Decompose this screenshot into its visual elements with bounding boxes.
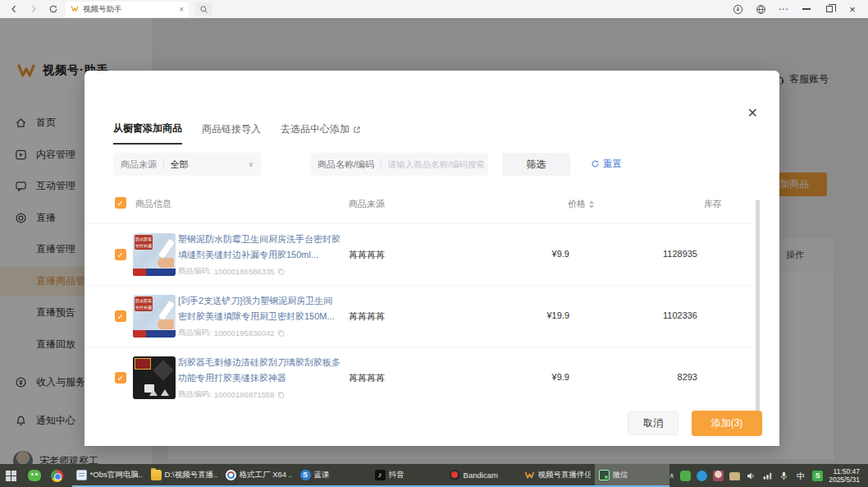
system-tray: ∧ 中 S 11:50:47 2025/5/31 — [669, 464, 868, 487]
code-value: 10000195836042 — [214, 328, 275, 338]
channels-live-icon — [524, 470, 535, 480]
tray-s-icon[interactable]: S — [812, 471, 823, 481]
browser-tab[interactable]: 视频号助手 × — [66, 2, 189, 17]
download-icon[interactable] — [730, 2, 745, 16]
tray-expand-icon[interactable]: ∧ — [669, 471, 675, 480]
task-format-factory[interactable]: 格式工厂 X64 ... — [222, 464, 296, 487]
reset-refresh-icon — [591, 159, 600, 168]
chevron-down-icon: ∨ — [248, 160, 254, 168]
product-title-link[interactable]: [到手2支送铲刀]强力塑钢泥厨房卫生间密封胶美缝填隙专用厨卫密封胶150M... — [178, 293, 340, 324]
code-value: 10000186586335 — [214, 267, 275, 276]
taskbar-chrome-pinned[interactable] — [46, 464, 69, 487]
product-source: 苒苒苒苒 — [349, 310, 385, 323]
external-link-icon — [353, 126, 361, 134]
chrome-icon — [51, 470, 63, 482]
close-button[interactable]: × — [845, 2, 860, 16]
speaker-icon[interactable] — [746, 471, 756, 481]
tab-favicon-channels-icon — [71, 5, 79, 13]
modal-scrollbar[interactable] — [756, 200, 760, 420]
product-code: 商品编码: 10000195836042 — [178, 328, 340, 338]
task-douyin[interactable]: ♪抖音 — [371, 464, 445, 487]
minimize-button[interactable] — [799, 2, 814, 16]
task-folder[interactable]: D:\视频号直播... — [147, 464, 222, 487]
cancel-button[interactable]: 取消 — [628, 411, 678, 435]
product-title-link[interactable]: 刮胶器毛刺修边清硅胶刮刀璃胶刮胶板多功能专用打胶美缝抹胶神器 — [178, 355, 340, 386]
product-stock: 1102336 — [663, 310, 697, 320]
source-dropdown[interactable]: 商品来源 | 全部 ∨ — [113, 153, 261, 176]
douyin-icon: ♪ — [375, 470, 386, 480]
table-row: ✓ 防水防霉密封补漏 [到手2支送铲刀]强力塑钢泥厨房卫生间密封胶美缝填隙专用厨… — [85, 285, 755, 347]
tab-from-showcase[interactable]: 从橱窗添加商品 — [113, 122, 182, 145]
code-label: 商品编码: — [178, 328, 212, 338]
task-bandicam[interactable]: Bandicam — [445, 464, 520, 487]
copy-icon[interactable] — [277, 268, 285, 275]
taskbar-wechat-pinned[interactable] — [23, 464, 46, 487]
start-button[interactable] — [0, 464, 23, 487]
ime-indicator[interactable]: 中 — [795, 471, 806, 481]
network-icon[interactable] — [762, 471, 773, 481]
column-header-source: 商品来源 — [349, 198, 385, 210]
reset-button[interactable]: 重置 — [591, 158, 622, 170]
filter-button[interactable]: 筛选 — [502, 153, 570, 176]
source-label: 商品来源 — [121, 159, 157, 171]
product-code: 商品编码: 10000186586335 — [178, 266, 340, 277]
search-input[interactable] — [388, 159, 493, 169]
modal-close-icon[interactable]: ✕ — [747, 107, 758, 120]
product-price: ¥19.9 — [546, 310, 569, 320]
row-checkbox[interactable]: ✓ — [115, 249, 126, 260]
table-row: ✓ 防水防霉密封补漏 塑钢泥防水防霉卫生间厨房洗手台密封胶填缝剂美缝封边补漏专用… — [85, 223, 755, 285]
task-obs-notes[interactable]: *Obs官网电脑... — [72, 464, 147, 487]
tray-wechat-icon[interactable] — [680, 471, 691, 481]
tab-link-import[interactable]: 商品链接导入 — [202, 122, 261, 145]
task-wechat-window[interactable]: 微信 — [595, 464, 669, 487]
clock-date: 2025/5/31 — [829, 476, 860, 484]
wechat-icon — [28, 470, 41, 481]
restore-button[interactable] — [822, 2, 837, 16]
add-products-modal: ✕ 从橱窗添加商品 商品链接导入 去选品中心添加 商品来源 | 全部 ∨ 商品名… — [85, 71, 779, 446]
copy-icon[interactable] — [277, 391, 285, 398]
column-header-stock: 库存 — [704, 198, 722, 210]
tray-messenger-icon[interactable] — [697, 471, 707, 481]
filter-bar: 商品来源 | 全部 ∨ 商品名称/编码 | 筛选 重置 — [113, 153, 751, 176]
tab-selection-center-label: 去选品中心添加 — [281, 122, 349, 136]
back-icon[interactable] — [7, 2, 21, 16]
product-image: 防水防霉密封补漏 — [133, 233, 176, 276]
product-image: 防水防霉密封补漏 — [133, 295, 176, 338]
price-sort-icon[interactable] — [589, 200, 594, 209]
select-all-checkbox[interactable]: ✓ — [115, 197, 126, 209]
task-live-companion[interactable]: 视频号直播伴侣 — [520, 464, 595, 487]
product-title-link[interactable]: 塑钢泥防水防霉卫生间厨房洗手台密封胶填缝剂美缝封边补漏专用胶150ml... — [178, 232, 340, 263]
browser-nav — [0, 2, 61, 16]
windows-logo-icon — [6, 471, 16, 481]
tray-avatar-icon[interactable] — [713, 471, 724, 481]
browser-titlebar: 视频号助手 × ⋯ × — [0, 0, 868, 18]
row-checkbox[interactable]: ✓ — [115, 372, 126, 384]
tab-close-icon[interactable]: × — [179, 5, 184, 14]
product-source: 苒苒苒苒 — [349, 372, 385, 384]
lanke-icon: S — [300, 470, 311, 480]
refresh-icon[interactable] — [46, 2, 61, 16]
globe-icon[interactable] — [753, 2, 768, 16]
row-checkbox[interactable]: ✓ — [115, 310, 126, 322]
source-value: 全部 — [171, 159, 189, 171]
column-header-price: 价格 — [568, 198, 594, 210]
forward-icon[interactable] — [26, 2, 41, 16]
modal-footer: 取消 添加(3) — [85, 398, 779, 446]
search-field-group: 商品名称/编码 | — [310, 153, 488, 176]
tab-title: 视频号助手 — [83, 4, 175, 15]
task-lanke[interactable]: S蓝课 — [296, 464, 371, 487]
reset-label: 重置 — [603, 158, 622, 170]
column-header-info: 商品信息 — [135, 198, 171, 210]
taskbar-clock[interactable]: 11:50:47 2025/5/31 — [829, 467, 863, 484]
search-icon[interactable] — [195, 2, 212, 16]
product-stock: 1128935 — [663, 249, 697, 259]
product-source: 苒苒苒苒 — [349, 249, 385, 261]
tray-card-icon[interactable] — [729, 472, 740, 480]
more-menu-icon[interactable]: ⋯ — [776, 2, 791, 16]
mic-icon[interactable] — [779, 471, 789, 481]
confirm-add-button[interactable]: 添加(3) — [692, 411, 762, 436]
folder-icon — [151, 470, 162, 480]
tab-selection-center[interactable]: 去选品中心添加 — [281, 122, 361, 145]
clock-time: 11:50:47 — [834, 467, 860, 476]
copy-icon[interactable] — [277, 329, 285, 337]
